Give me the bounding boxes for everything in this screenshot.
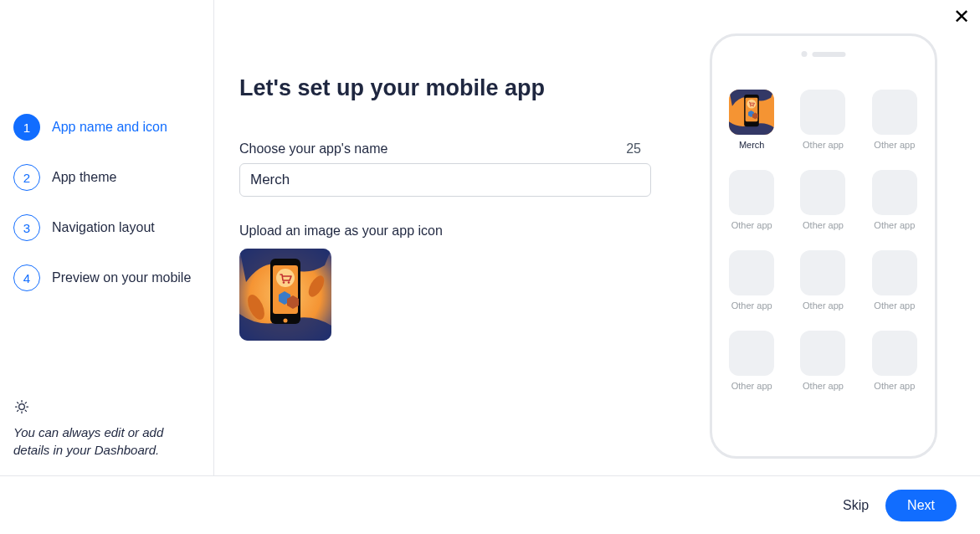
phone-frame: Merch Other app Other app Other app xyxy=(710,33,937,459)
preview-app-label: Other app xyxy=(803,140,844,150)
upload-icon-label: Upload an image as your app icon xyxy=(239,223,641,239)
svg-point-23 xyxy=(747,100,757,109)
step-app-name-icon[interactable]: 1 App name and icon xyxy=(13,114,213,141)
step-list: 1 App name and icon 2 App theme 3 Naviga… xyxy=(13,114,213,291)
hint-text: You can always edit or add details in yo… xyxy=(13,424,197,459)
step-label: App theme xyxy=(52,170,116,185)
phone-preview: Merch Other app Other app Other app xyxy=(666,0,980,475)
preview-app-icon-placeholder xyxy=(872,90,917,135)
svg-line-7 xyxy=(18,410,18,411)
step-number: 3 xyxy=(13,214,40,241)
preview-app-main: Merch xyxy=(724,90,780,150)
sidebar-hint: You can always edit or add details in yo… xyxy=(13,398,213,459)
preview-app-icon-placeholder xyxy=(872,331,917,376)
app-name-label: Choose your app's name xyxy=(239,141,387,157)
svg-point-24 xyxy=(751,105,752,106)
preview-app-placeholder: Other app xyxy=(866,331,922,391)
step-number: 4 xyxy=(13,264,40,291)
preview-app-icon-placeholder xyxy=(729,250,774,295)
preview-app-placeholder: Other app xyxy=(795,90,851,150)
svg-point-25 xyxy=(752,105,753,106)
preview-app-placeholder: Other app xyxy=(724,250,780,311)
preview-app-placeholder: Other app xyxy=(724,170,780,230)
preview-app-icon-placeholder xyxy=(800,170,845,215)
preview-app-icon-placeholder xyxy=(872,250,917,295)
preview-app-label: Other app xyxy=(874,300,915,311)
preview-app-icon-placeholder xyxy=(800,331,845,376)
preview-app-label: Other app xyxy=(874,140,915,150)
skip-button[interactable]: Skip xyxy=(838,490,874,521)
step-number: 1 xyxy=(13,114,40,141)
lightbulb-icon xyxy=(13,398,197,415)
preview-app-icon-placeholder xyxy=(729,170,774,215)
step-label: Navigation layout xyxy=(52,220,155,235)
preview-app-placeholder: Other app xyxy=(795,170,851,230)
preview-app-placeholder: Other app xyxy=(866,170,922,230)
preview-app-label: Other app xyxy=(803,381,844,391)
step-navigation-layout[interactable]: 3 Navigation layout xyxy=(13,214,213,241)
wizard-main: Let's set up your mobile app Choose your… xyxy=(214,0,666,475)
step-number: 2 xyxy=(13,164,40,191)
preview-app-icon-placeholder xyxy=(872,170,917,215)
app-name-input[interactable] xyxy=(239,163,651,197)
svg-point-14 xyxy=(284,319,288,323)
step-app-theme[interactable]: 2 App theme xyxy=(13,164,213,191)
preview-app-icon-placeholder xyxy=(800,90,845,135)
phone-camera-icon xyxy=(801,51,807,57)
svg-point-17 xyxy=(288,281,290,284)
preview-app-placeholder: Other app xyxy=(866,250,922,311)
svg-point-16 xyxy=(283,281,285,284)
svg-line-5 xyxy=(18,403,18,403)
app-icon-upload[interactable] xyxy=(239,249,331,341)
char-counter: 25 xyxy=(626,141,641,157)
step-label: App name and icon xyxy=(52,120,167,135)
preview-app-placeholder: Other app xyxy=(795,331,851,391)
preview-app-placeholder: Other app xyxy=(866,90,922,150)
step-label: Preview on your mobile xyxy=(52,270,191,285)
preview-app-label: Other app xyxy=(731,220,772,230)
preview-app-label: Other app xyxy=(874,381,915,391)
preview-app-label: Merch xyxy=(739,140,765,150)
close-icon[interactable]: ✕ xyxy=(953,7,970,27)
svg-point-15 xyxy=(276,269,295,287)
wizard-footer: Skip Next xyxy=(0,475,980,534)
app-name-field-header: Choose your app's name 25 xyxy=(239,141,641,157)
svg-point-0 xyxy=(19,404,25,410)
preview-app-icon-placeholder xyxy=(800,250,845,295)
wizard-content: 1 App name and icon 2 App theme 3 Naviga… xyxy=(0,0,980,475)
wizard-sidebar: 1 App name and icon 2 App theme 3 Naviga… xyxy=(13,0,214,475)
step-preview-mobile[interactable]: 4 Preview on your mobile xyxy=(13,264,213,291)
page-title: Let's set up your mobile app xyxy=(239,75,641,101)
phone-notch xyxy=(801,51,845,57)
next-button[interactable]: Next xyxy=(885,490,957,521)
phone-app-grid: Merch Other app Other app Other app xyxy=(724,90,923,391)
preview-app-icon-placeholder xyxy=(729,331,774,376)
preview-app-label: Other app xyxy=(803,300,844,311)
preview-app-label: Other app xyxy=(731,381,772,391)
svg-line-8 xyxy=(25,403,26,403)
preview-app-label: Other app xyxy=(874,220,915,230)
phone-speaker-icon xyxy=(812,52,845,57)
svg-line-6 xyxy=(25,410,26,411)
preview-app-label: Other app xyxy=(803,220,844,230)
preview-app-placeholder: Other app xyxy=(795,250,851,311)
preview-app-label: Other app xyxy=(731,300,772,311)
preview-app-icon xyxy=(729,90,774,135)
preview-app-placeholder: Other app xyxy=(724,331,780,391)
